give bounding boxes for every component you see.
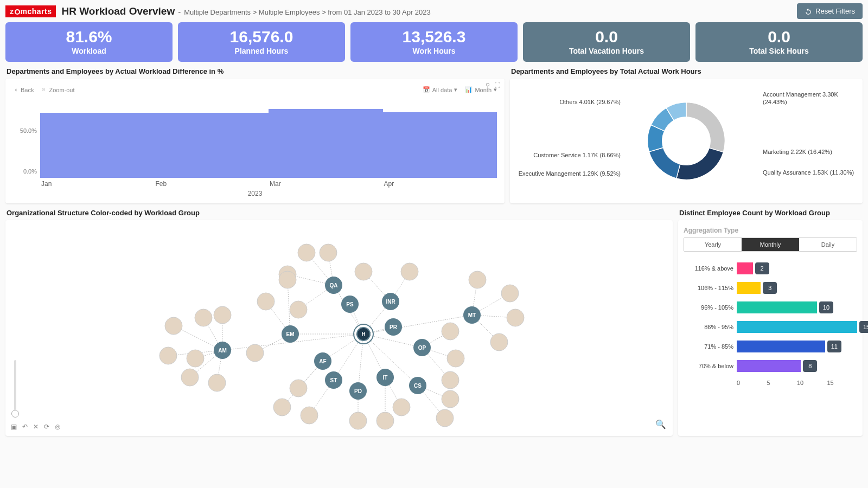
svg-point-46: [320, 244, 337, 261]
undo-icon[interactable]: ↶: [22, 423, 28, 431]
dept-node-OP[interactable]: OP: [413, 339, 431, 356]
count-bar-label: 70% & below: [684, 363, 733, 369]
title-separator: -: [178, 7, 181, 16]
donut-chart-panel[interactable]: Others 4.01K (29.67%) Account Management…: [510, 79, 863, 203]
avatar-node[interactable]: [442, 390, 459, 408]
camera-icon[interactable]: ▣: [11, 423, 17, 431]
zoom-slider[interactable]: [14, 360, 16, 414]
count-bar-row[interactable]: 96% - 105%10: [684, 301, 857, 313]
avatar-node[interactable]: [436, 409, 454, 427]
avatar-node[interactable]: [301, 407, 318, 424]
avatar-node[interactable]: [290, 380, 307, 397]
avatar-node[interactable]: [214, 306, 231, 324]
dept-node-MT[interactable]: MT: [463, 306, 481, 324]
dept-node-IT[interactable]: IT: [376, 369, 394, 386]
bar-column[interactable]: Jan: [40, 97, 155, 178]
avatar-node[interactable]: [298, 244, 315, 261]
breadcrumb[interactable]: Multiple Departments > Multiple Employee…: [184, 8, 431, 16]
kpi-label: Total Sick Hours: [695, 47, 863, 55]
count-bar-row[interactable]: 70% & below8: [684, 360, 857, 372]
refresh-icon[interactable]: ⟳: [44, 423, 49, 431]
avatar-node[interactable]: [401, 263, 418, 280]
avatar-node[interactable]: [279, 271, 296, 288]
avatar-node[interactable]: [376, 412, 394, 429]
dept-node-AF[interactable]: AF: [314, 352, 331, 370]
svg-text:AM: AM: [218, 348, 227, 354]
avatar-node[interactable]: [273, 399, 291, 416]
count-bar-row[interactable]: 86% - 95%15: [684, 321, 857, 333]
count-bar-label: 71% - 85%: [684, 343, 733, 350]
count-bar-row[interactable]: 106% - 115%3: [684, 282, 857, 294]
dept-node-EM[interactable]: EM: [282, 325, 299, 343]
kpi-card-3[interactable]: 0.0Total Vacation Hours: [523, 22, 690, 62]
svg-point-59: [436, 409, 454, 427]
bar-column[interactable]: Mar: [269, 97, 383, 178]
close-icon[interactable]: ✕: [33, 423, 39, 431]
avatar-node[interactable]: [246, 344, 264, 362]
donut-slice[interactable]: [676, 148, 724, 180]
avatar-node[interactable]: [208, 374, 226, 391]
reset-filters-button[interactable]: Reset Filters: [797, 3, 863, 19]
agg-daily[interactable]: Daily: [799, 238, 857, 251]
avatar-node[interactable]: [257, 293, 275, 310]
avatar-node[interactable]: [442, 371, 459, 389]
avatar-node[interactable]: [187, 350, 204, 367]
zoom-out-button[interactable]: Zoom-out: [41, 87, 74, 93]
search-icon[interactable]: 🔍: [655, 419, 666, 429]
donut-slice[interactable]: [649, 147, 680, 178]
avatar-node[interactable]: [349, 412, 367, 429]
avatar-node[interactable]: [490, 333, 508, 351]
target-icon[interactable]: ◎: [55, 423, 60, 431]
back-button[interactable]: Back: [13, 87, 34, 93]
donut-label-cs: Customer Service 1.17K (8.66%): [518, 151, 621, 159]
bar-column[interactable]: Feb: [155, 97, 269, 178]
count-bar-row[interactable]: 116% & above2: [684, 262, 857, 274]
dept-node-QA[interactable]: QA: [325, 277, 342, 294]
dept-node-PD[interactable]: PD: [349, 382, 367, 400]
svg-text:EM: EM: [286, 331, 295, 337]
center-node[interactable]: H: [354, 324, 373, 344]
reset-filters-label: Reset Filters: [815, 7, 855, 15]
avatar-node[interactable]: [393, 399, 410, 416]
count-chart-panel: Aggregation Type Yearly Monthly Daily 11…: [678, 220, 863, 436]
donut-slice[interactable]: [686, 102, 725, 152]
count-bar-label: 96% - 105%: [684, 304, 733, 311]
dept-node-PS[interactable]: PS: [341, 296, 359, 313]
avatar-node[interactable]: [507, 309, 524, 326]
avatar-node[interactable]: [355, 263, 372, 280]
kpi-card-1[interactable]: 16,576.0Planned Hours: [178, 22, 345, 62]
svg-point-70: [195, 309, 212, 326]
dept-node-ST[interactable]: ST: [325, 371, 342, 389]
filter-icon[interactable]: ⚲: [486, 82, 490, 89]
dept-node-INR[interactable]: INR: [382, 293, 399, 310]
count-bar-value: 3: [763, 282, 777, 294]
kpi-card-0[interactable]: 81.6%Workload: [5, 22, 173, 62]
avatar-node[interactable]: [159, 347, 177, 364]
svg-point-52: [501, 285, 519, 302]
dept-node-CS[interactable]: CS: [409, 377, 426, 394]
avatar-node[interactable]: [320, 244, 337, 261]
svg-point-67: [257, 293, 275, 310]
avatar-node[interactable]: [442, 323, 459, 340]
bar-column[interactable]: Apr: [383, 97, 497, 178]
data-range-dropdown[interactable]: 📅 All data ▾: [423, 86, 458, 93]
org-chart-panel[interactable]: QAPSINRPRMTOPITCSPDSTAFEMAMH ▣ ↶ ✕ ⟳ ◎ 🔍: [5, 220, 673, 436]
agg-yearly[interactable]: Yearly: [684, 238, 742, 251]
avatar-node[interactable]: [469, 271, 486, 288]
avatar-node[interactable]: [290, 301, 307, 318]
svg-point-58: [442, 390, 459, 408]
bar-chart-area[interactable]: 0.0% 50.0% JanFebMarApr: [40, 97, 497, 178]
expand-icon[interactable]: ⛶: [494, 82, 500, 89]
svg-text:H: H: [361, 331, 365, 337]
kpi-card-4[interactable]: 0.0Total Sick Hours: [695, 22, 863, 62]
avatar-node[interactable]: [447, 350, 464, 367]
avatar-node[interactable]: [195, 309, 212, 326]
avatar-node[interactable]: [181, 369, 199, 386]
dept-node-AM[interactable]: AM: [214, 342, 231, 359]
dept-node-PR[interactable]: PR: [385, 318, 402, 336]
count-bar-row[interactable]: 71% - 85%11: [684, 341, 857, 352]
agg-monthly[interactable]: Monthly: [742, 238, 799, 251]
avatar-node[interactable]: [501, 285, 519, 302]
kpi-card-2[interactable]: 13,526.3Work Hours: [350, 22, 518, 62]
avatar-node[interactable]: [165, 317, 182, 335]
